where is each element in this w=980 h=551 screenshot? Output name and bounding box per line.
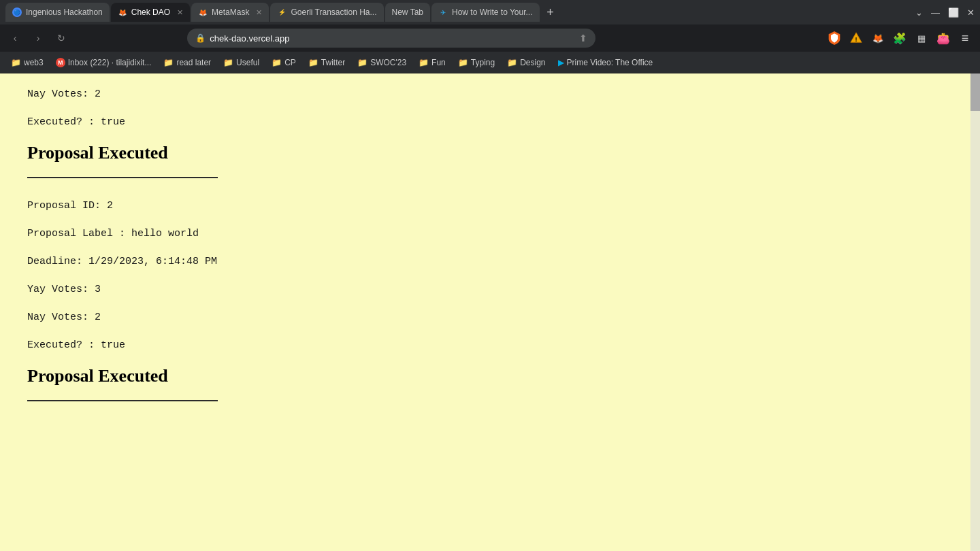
proposal-2-executed: Executed? : true (27, 338, 953, 352)
bookmark-label-cp: CP (284, 58, 296, 67)
folder-icon-8: 📁 (458, 58, 468, 67)
bookmark-fun[interactable]: 📁 Fun (413, 56, 451, 69)
proposal-1-section: Nay Votes: 2 Executed? : true Proposal E… (27, 87, 953, 178)
bookmark-web3[interactable]: 📁 web3 (5, 56, 49, 69)
bookmark-prime-video[interactable]: ▶ Prime Video: The Office (553, 56, 659, 69)
tab-close-2[interactable]: ✕ (177, 8, 183, 17)
svg-text:!: ! (855, 36, 857, 43)
proposal-1-divider (27, 177, 218, 178)
back-button[interactable]: ‹ (5, 29, 24, 48)
page-content: Nay Votes: 2 Executed? : true Proposal E… (0, 73, 980, 551)
bookmark-cp[interactable]: 📁 CP (266, 56, 301, 69)
folder-icon-4: 📁 (272, 58, 282, 67)
proposal-2-label: Proposal Label : hello world (27, 227, 953, 241)
tab-icon-1: 🔵 (12, 7, 22, 17)
bookmark-label-swoc: SWOC'23 (370, 58, 406, 67)
proposal-2-divider (27, 400, 218, 401)
tab-icon-3: 🦊 (198, 7, 208, 17)
menu-button[interactable]: ≡ (956, 29, 975, 48)
tab-label-6: How to Write to Your... (452, 7, 533, 17)
bookmarks-bar: 📁 web3 M Inbox (222) · tilajidixit... 📁 … (0, 52, 980, 73)
tab-label-3: MetaMask (212, 7, 249, 17)
folder-icon: 📁 (11, 58, 21, 67)
folder-icon-9: 📁 (507, 58, 517, 67)
tab-icon-2: 🦊 (118, 7, 127, 17)
bookmark-label-fun: Fun (431, 58, 446, 67)
brave-shield-button[interactable] (825, 29, 844, 48)
tab-new-tab[interactable]: New Tab (385, 3, 430, 22)
bookmark-useful[interactable]: 📁 Useful (218, 56, 265, 69)
bookmark-swoc[interactable]: 📁 SWOC'23 (352, 56, 412, 69)
bookmark-label-read-later: read later (176, 58, 211, 67)
close-button[interactable]: ✕ (967, 7, 975, 18)
folder-icon-6: 📁 (357, 58, 368, 67)
browser-chrome: 🔵 Ingenious Hackathon 🦊 Chek DAO ✕ 🦊 Met… (0, 0, 980, 73)
window-controls: ⌄ — ⬜ ✕ (915, 7, 975, 18)
proposal-2-section: Proposal ID: 2 Proposal Label : hello wo… (27, 199, 953, 401)
folder-icon-5: 📁 (308, 58, 318, 67)
chevron-down-icon[interactable]: ⌄ (915, 7, 923, 18)
bookmark-label-twitter: Twitter (321, 58, 345, 67)
tab-label-4: Goerli Transaction Ha... (291, 7, 376, 17)
tab-label-2: Chek DAO (131, 7, 170, 17)
bookmark-label-web3: web3 (24, 58, 44, 67)
url-text: chek-dao.vercel.app (210, 33, 575, 44)
proposal-1-status: Proposal Executed (27, 143, 953, 163)
tab-metamask[interactable]: 🦊 MetaMask ✕ (191, 3, 269, 22)
proposal-2-deadline: Deadline: 1/29/2023, 6:14:48 PM (27, 254, 953, 269)
bookmark-label-typing: Typing (471, 58, 495, 67)
tab-goerli[interactable]: ⚡ Goerli Transaction Ha... (270, 3, 383, 22)
folder-icon-3: 📁 (223, 58, 233, 67)
proposal-1-executed: Executed? : true (27, 115, 953, 129)
tab-icon-4: ⚡ (277, 7, 287, 17)
bookmark-label-useful: Useful (236, 58, 259, 67)
tab-icon-6: ✈ (438, 7, 448, 17)
tab-label-1: Ingenious Hackathon (26, 7, 103, 17)
tab-label-5: New Tab (392, 7, 423, 17)
tab-ingenious-hackathon[interactable]: 🔵 Ingenious Hackathon (5, 3, 110, 22)
proposal-2-nay-votes: Nay Votes: 2 (27, 310, 953, 324)
metamask-extension-button[interactable]: 🦊 (868, 29, 887, 48)
new-tab-button[interactable]: + (541, 3, 560, 22)
bookmark-twitter[interactable]: 📁 Twitter (303, 56, 350, 69)
minimize-button[interactable]: — (931, 7, 940, 18)
gmail-icon: M (56, 58, 65, 67)
tab-how-to-write[interactable]: ✈ How to Write to Your... (431, 3, 540, 22)
tab-chek-dao[interactable]: 🦊 Chek DAO ✕ (111, 3, 190, 22)
bookmark-read-later[interactable]: 📁 read later (158, 56, 216, 69)
sidebar-button[interactable]: ▦ (912, 29, 931, 48)
maximize-button[interactable]: ⬜ (948, 7, 959, 18)
proposal-2-yay-votes: Yay Votes: 3 (27, 282, 953, 297)
folder-icon-7: 📁 (419, 58, 429, 67)
tab-bar: 🔵 Ingenious Hackathon 🦊 Chek DAO ✕ 🦊 Met… (0, 0, 980, 24)
url-bar[interactable]: 🔒 chek-dao.vercel.app ⬆ (187, 29, 595, 48)
extensions-manager-button[interactable]: 🧩 (890, 29, 909, 48)
tab-close-3[interactable]: ✕ (256, 8, 262, 17)
folder-icon-2: 📁 (163, 58, 174, 67)
proposal-2-status: Proposal Executed (27, 366, 953, 386)
bookmark-typing[interactable]: 📁 Typing (453, 56, 500, 69)
proposal-2-id: Proposal ID: 2 (27, 199, 953, 213)
reload-button[interactable]: ↻ (52, 29, 71, 48)
wallet-button[interactable]: 👛 (934, 29, 953, 48)
share-icon[interactable]: ⬆ (579, 33, 587, 44)
scrollbar-track[interactable] (970, 73, 980, 551)
forward-button[interactable]: › (29, 29, 48, 48)
bookmark-design[interactable]: 📁 Design (502, 56, 551, 69)
scrollbar-thumb[interactable] (970, 73, 980, 111)
bookmark-label-inbox: Inbox (222) · tilajidixit... (68, 58, 152, 67)
prime-video-icon: ▶ (558, 58, 564, 67)
proposal-1-nay-votes: Nay Votes: 2 (27, 87, 953, 101)
lock-icon: 🔒 (195, 33, 206, 43)
address-bar: ‹ › ↻ 🔒 chek-dao.vercel.app ⬆ (0, 24, 980, 52)
bookmark-inbox[interactable]: M Inbox (222) · tilajidixit... (50, 56, 157, 69)
bookmark-label-design: Design (520, 58, 545, 67)
bookmark-label-prime: Prime Video: The Office (567, 58, 653, 67)
browser-actions: ! 🦊 🧩 ▦ 👛 ≡ (825, 29, 975, 48)
brave-alert-button[interactable]: ! (847, 29, 866, 48)
